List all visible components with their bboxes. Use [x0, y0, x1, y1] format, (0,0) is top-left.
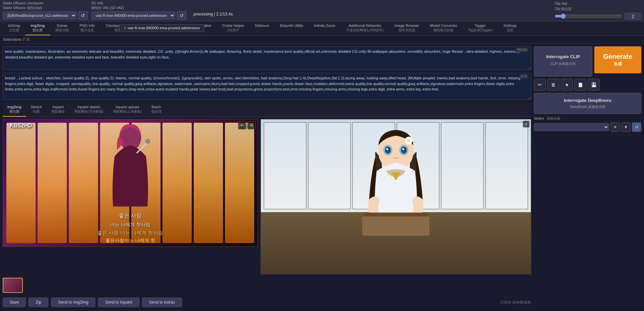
send-to-img2img-btn[interactable]: Send to img2img — [51, 298, 95, 307]
left-panel: 89/150 0/75 img2img 图生图 Sketch 绘图 Inpain… — [3, 46, 531, 308]
styles-select[interactable] — [534, 123, 609, 131]
zip-btn[interactable]: Zip — [29, 298, 48, 307]
anime-girl — [342, 126, 450, 261]
window-panel-1 — [264, 122, 307, 209]
clip-skip-sub: Clip 跳过层 — [555, 7, 641, 11]
tab-civitai-helper[interactable]: Civitai Helper C站助手 — [217, 22, 249, 35]
save-btn[interactable]: Save — [3, 298, 26, 307]
canvas-edit-btn[interactable]: ✏ — [238, 121, 246, 129]
subtitle-text-2: 너는 나에게 첫사랑 — [110, 222, 150, 228]
tab-ebsynth[interactable]: Ebsynth Utility — [275, 22, 309, 35]
tab-txt2img[interactable]: txt2img 文生图 — [3, 22, 25, 35]
processing-section: processing | 2.1/13.4s — [190, 5, 236, 16]
vae-label: SD VAE — [91, 1, 187, 5]
input-canvas[interactable]: KBS2HD 쎄별송 — [3, 119, 258, 247]
generate-btn[interactable]: Generate 生成 — [594, 46, 641, 73]
thumbnail-1[interactable] — [3, 278, 23, 293]
vae-section: SD VAE 模型的 VAE (SD VAE) vae-ft-mse-84000… — [91, 1, 187, 20]
model-section: Stable Diffusion checkpoint Stable Diffu… — [3, 1, 88, 20]
channel-logo: KBS2HD — [10, 123, 32, 129]
tab-extras[interactable]: Extras 附加功能 — [50, 22, 74, 35]
tab-infinite-zoom[interactable]: Infinite Zoom — [309, 22, 341, 35]
canvas-area: KBS2HD 쎄별송 — [3, 119, 531, 274]
negative-prompt[interactable] — [3, 73, 531, 100]
tab-additional-networks[interactable]: Additional Networks 可追加的网络(LoRA插件) — [341, 22, 389, 35]
led-panel-7 — [194, 123, 223, 243]
send-to-extras-btn[interactable]: Send to extras — [142, 298, 182, 307]
clip-skip-value[interactable] — [625, 13, 641, 20]
subtab-inpaint-sketch[interactable]: Inpaint sketch 局部重绘(手涂家版) — [70, 103, 108, 117]
model-select[interactable]: 混画\RealBackground_v12.safetensors [4efa9… — [3, 11, 77, 20]
model-refresh-btn[interactable]: ↺ — [78, 11, 88, 20]
vae-select[interactable]: vae-ft-mse-840000-ema-pruned.safetensors — [91, 11, 175, 20]
led-panel-1 — [6, 123, 36, 243]
thumbnails-row — [3, 276, 531, 294]
tab-png-info[interactable]: PNG Info 图片信息 — [74, 22, 100, 35]
clip-skip-section: Clip skip Clip 跳过层 — [555, 2, 641, 20]
subtab-inpaint[interactable]: Inpaint 局部重绘 — [47, 103, 70, 117]
model-label: Stable Diffusion checkpoint — [3, 1, 88, 5]
interrogate-deepbooru-btn[interactable]: Interrogate DeepBooru DeepBooru 反推提示词 — [534, 93, 641, 114]
processing-text: processing | 2.1/13.4s — [190, 12, 236, 16]
output-close-btn[interactable]: × — [523, 121, 530, 127]
pencil-btn[interactable]: ✏ — [534, 79, 546, 91]
singer-image: KBS2HD 쎄별송 — [3, 119, 258, 246]
subtab-inpaint-upload[interactable]: Inpaint upload 局部重绘(上传家版) — [108, 103, 147, 117]
output-bg — [261, 119, 531, 274]
vae-dropdown-hint: ✓ vae-ft-mse-840000-ema-pruned.safetenso… — [119, 24, 204, 32]
clip-skip-slider[interactable] — [555, 13, 622, 19]
extensions-bar: Extensions 扩展 — [0, 36, 644, 44]
trash-btn[interactable]: 🗑 — [547, 79, 559, 91]
svg-point-8 — [386, 148, 388, 150]
top-action-row: Interrogate CLIP CLIP 反推提示词 Generate 生成 — [534, 46, 641, 77]
svg-point-11 — [407, 139, 410, 142]
positive-prompt-counter: 89/150 — [515, 48, 528, 52]
subtitle-text-1: 좋은 사람 — [119, 212, 142, 220]
tab-model-converter[interactable]: Model Converter 模型格式转换 — [425, 22, 463, 35]
watermark: CSDN @Mr数据枪 — [501, 300, 531, 305]
tab-settings[interactable]: Settings 设置 — [498, 22, 522, 35]
styles-label-row: Styles 模板风格 — [534, 116, 641, 121]
canvas-close-btn[interactable]: ✕ — [247, 121, 256, 129]
output-canvas: × — [261, 119, 531, 274]
tab-img2img[interactable]: img2img 图生图 — [25, 22, 50, 35]
subtitle-text-4: 좋은사랑이는 나에게 첫 — [105, 238, 155, 244]
canvas-edit-buttons: ✏ ✕ — [238, 121, 256, 129]
tab-tagger[interactable]: Tagger Tag反推(Tagger) — [463, 22, 498, 35]
singer-silhouette — [83, 119, 177, 213]
subtab-batch[interactable]: Batch 批处理 — [147, 103, 166, 117]
led-panel-8 — [225, 123, 254, 243]
main-content: 89/150 0/75 img2img 图生图 Sketch 绘图 Inpain… — [0, 44, 644, 311]
positive-prompt[interactable] — [3, 46, 531, 70]
tab-deforum[interactable]: Deforum — [249, 22, 274, 35]
styles-arrow-btn[interactable]: ▼ — [621, 122, 631, 132]
save-action-btn[interactable]: 💾 — [588, 79, 600, 91]
subtab-sketch[interactable]: Sketch 绘图 — [26, 103, 47, 117]
styles-refresh-btn[interactable]: ↺ — [632, 122, 641, 132]
top-bar: Stable Diffusion checkpoint Stable Diffu… — [0, 0, 644, 22]
negative-prompt-counter: 0/75 — [519, 74, 528, 79]
svg-rect-13 — [362, 217, 429, 236]
vae-refresh-btn[interactable]: ↺ — [177, 11, 187, 20]
positive-prompt-area: 89/150 — [3, 46, 531, 71]
svg-point-2 — [145, 139, 150, 144]
svg-point-6 — [385, 147, 391, 154]
vae-sub-label: 模型的 VAE (SD VAE) — [91, 6, 187, 10]
svg-point-9 — [402, 148, 404, 150]
led-panel-2 — [38, 123, 67, 243]
clipboard-btn[interactable]: 📋 — [574, 79, 586, 91]
action-icon-row: ✏ 🗑 ★ 📋 💾 — [534, 79, 641, 91]
interrogate-clip-btn[interactable]: Interrogate CLIP CLIP 反推提示词 — [534, 46, 592, 77]
subtitle-text-3: 좋은 사람 너는 나에게 첫사랑 — [97, 230, 164, 236]
img2img-subtabs: img2img 图生图 Sketch 绘图 Inpaint 局部重绘 Inpai… — [3, 103, 531, 117]
send-to-inpaint-btn[interactable]: Send to Inpaint — [98, 298, 139, 307]
tab-image-browser[interactable]: Image Browser 图库浏览器 — [389, 22, 425, 35]
subtab-img2img[interactable]: img2img 图生图 — [3, 103, 26, 117]
right-panel: Interrogate CLIP CLIP 反推提示词 Generate 生成 … — [534, 46, 641, 308]
window-panel-6 — [485, 122, 528, 209]
styles-select-row: ✕ ▼ ↺ — [534, 122, 641, 132]
styles-clear-btn[interactable]: ✕ — [610, 122, 620, 132]
star-btn[interactable]: ★ — [561, 79, 573, 91]
styles-section: Styles 模板风格 ✕ ▼ ↺ — [534, 116, 641, 132]
bottom-buttons: Save Zip Send to img2img Send to Inpaint… — [3, 296, 531, 308]
